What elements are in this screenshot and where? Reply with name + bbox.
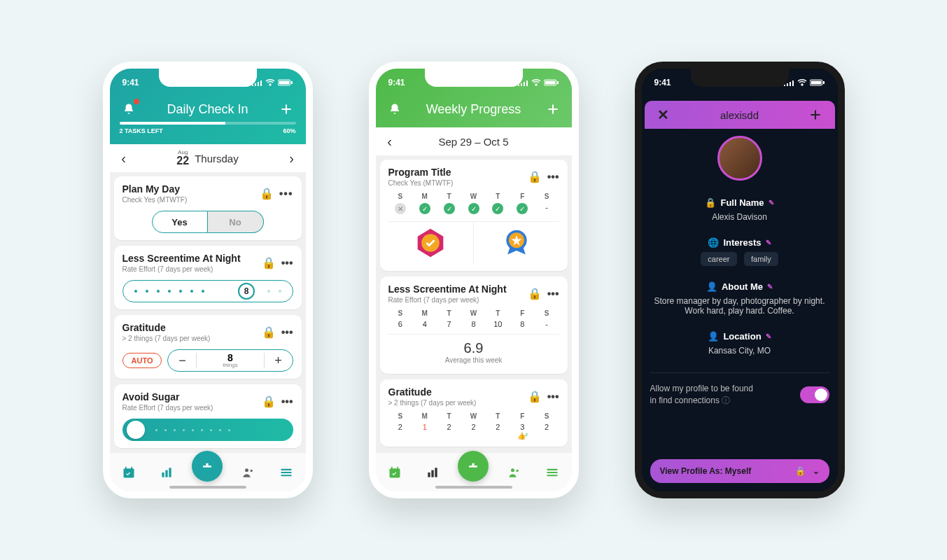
add-button[interactable] (806, 106, 825, 124)
edit-icon[interactable]: ✎ (766, 332, 771, 340)
badge-blue (474, 222, 559, 264)
average-label: Average this week (388, 356, 559, 364)
tab-fab[interactable] (458, 451, 489, 482)
card-gratitude: Gratitude > 2 things (7 days per week) 🔒… (114, 315, 302, 379)
rating-slider[interactable]: 8 (122, 280, 293, 302)
tab-stats[interactable] (154, 460, 179, 485)
more-icon[interactable]: ••• (547, 171, 559, 183)
status-time: 9:41 (388, 78, 405, 88)
phone-checkin: 9:41 Daily Check In 2 TASKS LEFT (103, 62, 313, 498)
svg-point-9 (245, 468, 248, 472)
tab-menu[interactable] (274, 460, 299, 485)
header-title: Daily Check In (167, 102, 248, 117)
about-value: Store manager by day, photographer by ni… (650, 296, 829, 316)
more-icon[interactable]: ••• (547, 391, 559, 403)
edit-icon[interactable]: ✎ (767, 283, 773, 290)
slider-thumb[interactable] (127, 421, 145, 439)
card-plan-day: Plan My Day Check Yes (MTWTF) 🔒••• Yes N… (114, 176, 302, 240)
card-title: Plan My Day (122, 183, 188, 195)
view-profile-as[interactable]: View Profile As: Myself 🔒⌄ (650, 459, 829, 483)
check-icon: ✓ (492, 203, 503, 214)
lock-icon: 🔒 (262, 326, 276, 339)
edit-icon[interactable]: ✎ (766, 239, 771, 246)
location-label: Location (723, 331, 761, 342)
prev-week[interactable]: ‹ (383, 134, 397, 150)
more-icon[interactable]: ••• (279, 188, 293, 200)
more-icon[interactable]: ••• (547, 288, 559, 300)
yes-no-toggle[interactable]: Yes No (122, 211, 293, 233)
card-sub: Check Yes (MTWTF) (122, 196, 188, 204)
average-value: 6.9 (388, 340, 559, 356)
date-badge[interactable]: Aug 22 (176, 150, 189, 167)
wifi-icon (531, 79, 541, 86)
status-time: 9:41 (654, 78, 671, 88)
minus-button[interactable]: − (168, 354, 196, 368)
card-screentime: Less Screentime At Night Rate Effort (7 … (114, 246, 302, 309)
rating-thumb[interactable]: 8 (238, 283, 255, 300)
add-button[interactable] (277, 100, 295, 118)
add-button[interactable] (544, 100, 562, 118)
interest-tag[interactable]: family (744, 252, 778, 266)
tab-calendar[interactable] (382, 460, 407, 485)
next-day[interactable]: › (284, 150, 298, 167)
info-icon[interactable]: ⓘ (722, 396, 730, 405)
svg-rect-2 (291, 81, 293, 84)
username: alexisdd (720, 109, 759, 121)
tabbar (110, 452, 306, 491)
privacy-toggle[interactable] (800, 386, 829, 403)
home-indicator (169, 486, 246, 489)
effort-slider[interactable] (122, 419, 293, 441)
bell-icon[interactable] (120, 100, 138, 118)
notch (425, 69, 523, 87)
interests-label: Interests (723, 237, 761, 248)
phone-weekly: 9:41 Weekly Progress ‹ Sep 29 – Oct 5 (369, 62, 579, 498)
no-button[interactable]: No (208, 211, 264, 233)
lock-icon: 🔒 (795, 466, 806, 476)
plus-button[interactable]: + (265, 354, 293, 368)
stepper[interactable]: − 8things + (167, 349, 293, 372)
globe-icon: 🌐 (708, 237, 719, 248)
svg-rect-22 (435, 468, 437, 477)
tab-calendar[interactable] (116, 460, 141, 485)
tab-menu[interactable] (540, 460, 565, 485)
view-profile-label: View Profile As: Myself (660, 466, 752, 476)
svg-point-26 (516, 469, 518, 471)
close-button[interactable]: ✕ (654, 106, 673, 124)
tab-fab[interactable] (192, 451, 223, 482)
card-program: Program Title Check Yes (MTWTF) 🔒••• SMT… (380, 160, 568, 271)
interest-tag[interactable]: career (701, 252, 736, 266)
location-value: Kansas City, MO (650, 346, 829, 356)
prev-day[interactable]: ‹ (117, 150, 131, 167)
header-title: Weekly Progress (426, 102, 521, 117)
svg-point-10 (250, 469, 252, 471)
tab-people[interactable] (236, 460, 261, 485)
progress-bar (120, 122, 296, 125)
fullname-value: Alexis Davison (650, 212, 829, 222)
lock-icon: 🔒 (528, 170, 542, 183)
fullname-label: Full Name (720, 197, 764, 208)
tabbar (376, 452, 572, 491)
battery-icon (544, 79, 559, 86)
yes-button[interactable]: Yes (152, 211, 208, 233)
svg-rect-13 (557, 81, 559, 84)
auto-button[interactable]: AUTO (122, 353, 162, 368)
progress-percent: 60% (283, 127, 295, 134)
lock-icon: 🔒 (528, 390, 542, 403)
tab-stats[interactable] (420, 460, 445, 485)
edit-icon[interactable]: ✎ (769, 199, 774, 206)
svg-rect-23 (470, 465, 478, 468)
check-icon: ✓ (419, 203, 430, 214)
about-label: About Me (722, 281, 763, 292)
svg-rect-24 (472, 463, 475, 465)
avatar[interactable] (717, 136, 762, 181)
more-icon[interactable]: ••• (281, 257, 293, 270)
tasks-left: 2 TASKS LEFT (120, 127, 163, 134)
bell-icon[interactable] (386, 100, 404, 118)
svg-rect-20 (428, 472, 430, 477)
more-icon[interactable]: ••• (281, 396, 293, 408)
lock-icon: 🔒 (262, 256, 276, 270)
more-icon[interactable]: ••• (281, 326, 293, 339)
tab-people[interactable] (502, 460, 527, 485)
thumbs-up-icon: 👍² (517, 432, 528, 440)
svg-rect-5 (165, 470, 167, 477)
